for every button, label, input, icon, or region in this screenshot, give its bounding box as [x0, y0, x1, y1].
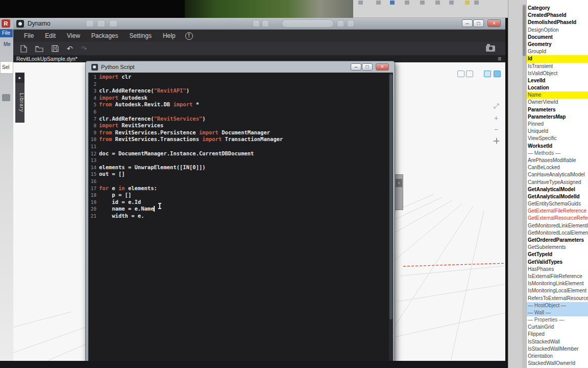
close-button[interactable]: ×	[376, 63, 389, 71]
code-line[interactable]: 12doc = DocumentManager.Instance.Current…	[88, 150, 393, 157]
python-titlebar[interactable]: Python Script – □ ×	[86, 61, 395, 73]
member-row[interactable]: GetAnalyticalModel	[527, 186, 588, 193]
member-row[interactable]: GetEntitySchemaGuids	[527, 200, 588, 208]
member-row[interactable]: IsValidObject	[527, 70, 588, 77]
zoom-fit-icon[interactable]: ⤢	[492, 101, 501, 110]
editor-scrollbar[interactable]	[389, 73, 393, 366]
member-row[interactable]: Document	[527, 34, 588, 41]
member-row[interactable]: WorksetId	[527, 143, 588, 150]
node-fragment[interactable]: ›	[394, 174, 403, 210]
member-row[interactable]: — HostObject —	[527, 302, 588, 309]
member-row[interactable]: GetMonitoredLocalElementIds	[527, 229, 588, 237]
menu-view[interactable]: View	[61, 30, 86, 42]
code-line[interactable]: 6	[88, 108, 393, 116]
member-row[interactable]: Pinned	[527, 121, 588, 128]
member-row[interactable]: GetSubelements	[527, 244, 588, 251]
member-row[interactable]: ViewSpecific	[527, 135, 588, 142]
code-line[interactable]: 17for e in elements:	[88, 185, 393, 192]
new-file-icon[interactable]	[20, 45, 27, 53]
member-row[interactable]: — Methods —	[527, 150, 588, 157]
undo-icon[interactable]: ↶	[67, 45, 73, 52]
member-row[interactable]: CanBeLocked	[527, 164, 588, 171]
code-line[interactable]: 16	[88, 178, 393, 185]
code-line[interactable]: 5from Autodesk.Revit.DB import *	[88, 101, 393, 108]
dynamo-titlebar[interactable]: Dynamo – □ ×	[13, 18, 505, 30]
code-line[interactable]: 2	[88, 81, 393, 88]
member-row[interactable]: GetMonitoredLinkElementIds	[527, 222, 588, 229]
member-row[interactable]: Flipped	[527, 331, 588, 338]
member-row[interactable]: DemolishedPhaseId	[527, 19, 588, 26]
member-row[interactable]: GetExternalFileReference	[527, 208, 588, 215]
menu-packages[interactable]: Packages	[86, 30, 124, 42]
member-row[interactable]: CurtainGrid	[527, 324, 588, 331]
zoom-in-icon[interactable]: +	[492, 113, 501, 123]
member-row[interactable]: GetValidTypes	[527, 259, 588, 266]
member-row[interactable]: IsStackedWall	[527, 338, 588, 346]
workspace-tab[interactable]: RevitLookUpSample.dyn*	[13, 56, 78, 62]
member-row[interactable]: GetOrderedParameters	[527, 237, 588, 244]
pan-icon[interactable]	[494, 138, 499, 144]
code-line[interactable]: 3clr.AddReference("RevitAPI")	[88, 87, 393, 95]
member-scrollbar-thumb[interactable]	[523, 5, 526, 56]
code-line[interactable]: 10from RevitServices.Transactions import…	[88, 136, 393, 143]
graph-view-toggle-icon[interactable]	[484, 71, 491, 77]
member-row[interactable]: DesignOption	[527, 27, 588, 34]
code-line[interactable]: 19 id = e.Id	[88, 199, 393, 206]
tab-menu-icon[interactable]: ≡	[498, 55, 501, 62]
code-line[interactable]: 1import clr	[88, 74, 393, 81]
maximize-button[interactable]: □	[362, 63, 373, 71]
member-row[interactable]: GetAnalyticalModelId	[527, 193, 588, 200]
redo-icon[interactable]: ↷	[81, 45, 87, 52]
member-row[interactable]: IsTransient	[527, 63, 588, 70]
code-line[interactable]: 14elements = UnwrapElement([IN[0]])	[88, 164, 393, 171]
open-folder-icon[interactable]	[35, 45, 43, 52]
code-line[interactable]: 7clr.AddReference("RevitServices")	[88, 116, 393, 123]
member-row[interactable]: IsMonitoringLinkElement	[527, 280, 588, 287]
code-line[interactable]: 4import Autodesk	[88, 95, 393, 102]
node-output-port[interactable]: ›	[396, 179, 402, 187]
member-row[interactable]: Geometry	[527, 41, 588, 48]
member-row[interactable]: ArePhasesModifiable	[527, 157, 588, 164]
member-row[interactable]: GetTypeId	[527, 251, 588, 258]
save-icon[interactable]	[52, 45, 59, 52]
member-row[interactable]: LevelId	[527, 77, 588, 84]
member-row[interactable]: Orientation	[527, 353, 588, 360]
canvas-tool-icon[interactable]	[466, 71, 473, 77]
close-button[interactable]: ×	[487, 19, 501, 27]
python-code-client[interactable]: 1import clr23clr.AddReference("RevitAPI"…	[88, 73, 393, 366]
member-row[interactable]: Name	[527, 91, 588, 99]
member-row[interactable]: HasPhases	[527, 266, 588, 273]
menu-file[interactable]: File	[18, 30, 39, 42]
editor-scrollbar-thumb[interactable]	[389, 74, 393, 319]
menu-help[interactable]: Help	[157, 30, 181, 42]
code-line[interactable]: 11	[88, 143, 393, 150]
member-row[interactable]: GroupId	[527, 48, 588, 55]
code-editor[interactable]: 1import clr23clr.AddReference("RevitAPI"…	[88, 74, 393, 219]
library-expand-arrow[interactable]: ▸	[15, 73, 24, 83]
notifications-icon[interactable]: !	[185, 32, 193, 40]
member-row[interactable]: Id	[527, 55, 588, 62]
menu-settings[interactable]: Settings	[124, 30, 157, 42]
code-line[interactable]: 15out = []	[88, 171, 393, 178]
member-row[interactable]: OwnerViewId	[527, 99, 588, 106]
code-line[interactable]: 21 width = e.	[88, 213, 393, 220]
geometry-view-toggle-icon[interactable]	[494, 71, 501, 77]
member-row[interactable]: Category	[527, 5, 588, 12]
export-image-camera-icon[interactable]	[486, 45, 495, 52]
member-row[interactable]: Parameters	[527, 106, 588, 113]
code-line[interactable]: 13	[88, 157, 393, 164]
member-row[interactable]: CreatedPhaseId	[527, 12, 588, 19]
member-row[interactable]: GetExternalResourceReferences	[527, 215, 588, 222]
member-row[interactable]: UniqueId	[527, 128, 588, 135]
member-row[interactable]: Location	[527, 84, 588, 91]
member-row[interactable]: CanHaveTypeAssigned	[527, 179, 588, 186]
code-line[interactable]: 8import RevitServices	[88, 122, 393, 129]
member-row[interactable]: IsMonitoringLocalElement	[527, 287, 588, 294]
member-row[interactable]: CanHaveAnalyticalModel	[527, 171, 588, 178]
member-scrollbar[interactable]	[522, 4, 526, 368]
member-row[interactable]: RefersToExternalResourceReferences	[527, 295, 588, 302]
minimize-button[interactable]: –	[462, 19, 473, 27]
sidebar-library-tab[interactable]: Library	[15, 83, 24, 123]
maximize-button[interactable]: □	[473, 19, 484, 27]
code-line[interactable]: 9from RevitServices.Persistence import D…	[88, 129, 393, 136]
